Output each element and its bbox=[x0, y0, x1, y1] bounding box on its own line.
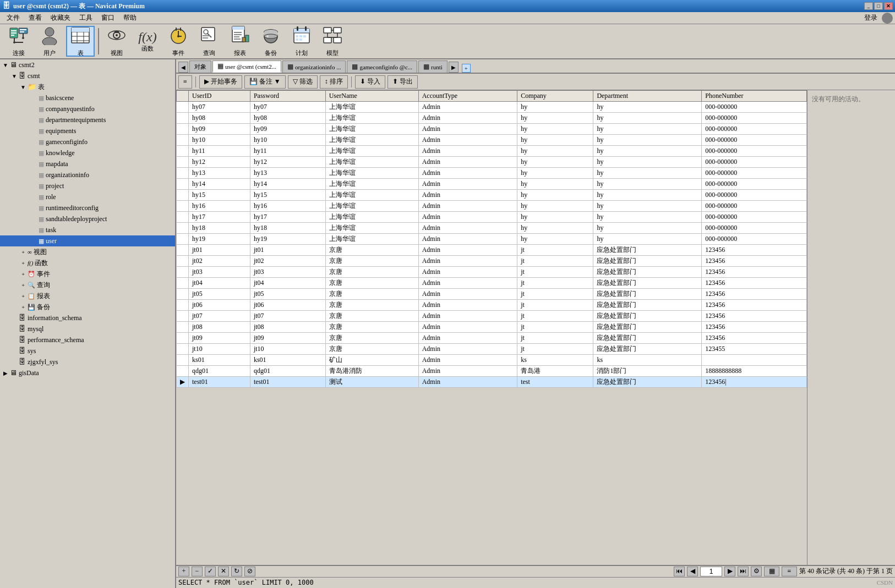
table-row[interactable]: jt03jt03京唐Adminjt应急处置部门123456 bbox=[177, 267, 807, 278]
sidebar-item-csmt2[interactable]: ▼ 🖥 csmt2 bbox=[0, 59, 175, 70]
expand-icon-functions[interactable]: + bbox=[20, 260, 26, 266]
sidebar-item-gisdata[interactable]: ▶ 🖥 gisData bbox=[0, 367, 175, 378]
col-company[interactable]: Company bbox=[517, 91, 593, 102]
tab-object[interactable]: 对象 bbox=[189, 61, 211, 73]
maximize-button[interactable]: □ bbox=[874, 2, 883, 10]
table-row[interactable]: jt01jt01京唐Adminjt应急处置部门123456 bbox=[177, 245, 807, 256]
sidebar-item-basicscene[interactable]: ▶ ▦ basicscene bbox=[0, 92, 175, 103]
prev-page-button[interactable]: ◀ bbox=[687, 567, 698, 576]
sidebar-item-functions[interactable]: + f() 函数 bbox=[0, 257, 175, 268]
tab-add-button[interactable]: + bbox=[462, 64, 471, 73]
grid-view-button[interactable]: ▦ bbox=[764, 567, 779, 576]
tab-nav-prev[interactable]: ◀ bbox=[178, 62, 188, 73]
expand-icon-events[interactable]: + bbox=[20, 271, 26, 277]
sidebar-item-role[interactable]: ▶ ▦ role bbox=[0, 191, 175, 202]
toolbar-user[interactable]: 用户 bbox=[35, 26, 64, 57]
form-view-button[interactable]: ≡ bbox=[782, 567, 797, 576]
data-table-wrapper[interactable]: UserID Password UserName AccountType Com… bbox=[176, 90, 807, 565]
expand-icon-reports[interactable]: + bbox=[20, 293, 26, 299]
table-row[interactable]: jt02jt02京唐Adminjt应急处置部门123456 bbox=[177, 256, 807, 267]
sidebar-item-tables[interactable]: ▼ 📁 表 bbox=[0, 81, 175, 92]
table-row[interactable]: ▶test01test01测试Admintest应急处置部门123456| bbox=[177, 377, 807, 388]
table-row[interactable]: jt08jt08京唐Adminjt应急处置部门123456 bbox=[177, 322, 807, 333]
toolbar-table[interactable]: 表 bbox=[66, 26, 95, 57]
expand-icon-gisdata[interactable]: ▶ bbox=[2, 370, 9, 376]
table-row[interactable]: hy11hy11上海华谊Adminhyhy000-000000 bbox=[177, 146, 807, 157]
login-button[interactable]: 登录 bbox=[864, 13, 877, 23]
sidebar-item-zjgxfyl-sys[interactable]: ▶ 🗄 zjgxfyl_sys bbox=[0, 356, 175, 367]
table-row[interactable]: hy09hy09上海华谊Adminhyhy000-000000 bbox=[177, 124, 807, 135]
menu-file[interactable]: 文件 bbox=[2, 12, 24, 24]
col-phonenumber[interactable]: PhoneNumber bbox=[702, 91, 807, 102]
cancel-button[interactable]: ✕ bbox=[218, 567, 229, 576]
table-row[interactable]: jt05jt05京唐Adminjt应急处置部门123456 bbox=[177, 289, 807, 300]
table-row[interactable]: hy16hy16上海华谊Adminhyhy000-000000 bbox=[177, 201, 807, 212]
sidebar-item-task[interactable]: ▶ ▦ task bbox=[0, 224, 175, 235]
sidebar-item-information-schema[interactable]: ▶ 🗄 information_schema bbox=[0, 312, 175, 323]
table-row[interactable]: hy12hy12上海华谊Adminhyhy000-000000 bbox=[177, 157, 807, 168]
next-page-button[interactable]: ▶ bbox=[724, 567, 735, 576]
hamburger-menu[interactable]: ≡ bbox=[178, 75, 192, 89]
export-button[interactable]: ⬆ 导出 bbox=[388, 75, 418, 89]
toolbar-schedule[interactable]: 计划 bbox=[287, 26, 316, 57]
sidebar-item-events[interactable]: + ⏰ 事件 bbox=[0, 268, 175, 279]
table-row[interactable]: hy13hy13上海华谊Adminhyhy000-000000 bbox=[177, 168, 807, 179]
minimize-button[interactable]: _ bbox=[864, 2, 873, 10]
refresh-button[interactable]: ↻ bbox=[231, 567, 242, 576]
expand-icon-csmt[interactable]: ▼ bbox=[11, 73, 18, 79]
tab-nav-next[interactable]: ▶ bbox=[449, 62, 459, 73]
remove-record-button[interactable]: − bbox=[192, 567, 203, 576]
table-row[interactable]: qdg01qdg01青岛港消防Admin青岛港消防1部门18888888888 bbox=[177, 366, 807, 377]
sidebar-item-runtimeeditorconfig[interactable]: ▶ ▦ runtimeeditorconfig bbox=[0, 202, 175, 213]
expand-icon-queries[interactable]: + bbox=[20, 282, 26, 288]
expand-icon-tables[interactable]: ▼ bbox=[20, 84, 26, 90]
sidebar-item-departmentequipments[interactable]: ▶ ▦ departmentequipments bbox=[0, 114, 175, 125]
toolbar-model[interactable]: 模型 bbox=[318, 26, 347, 57]
sidebar-item-companyquestinfo[interactable]: ▶ ▦ companyquestinfo bbox=[0, 103, 175, 114]
tab-user[interactable]: ▦ user @csmt (csmt2... bbox=[212, 61, 281, 73]
toolbar-query[interactable]: 查询 bbox=[195, 26, 223, 57]
table-row[interactable]: hy15hy15上海华谊Adminhyhy000-000000 bbox=[177, 190, 807, 201]
table-row[interactable]: jt07jt07京唐Adminjt应急处置部门123456 bbox=[177, 311, 807, 322]
filter-button[interactable]: ▽ 筛选 bbox=[288, 75, 318, 89]
first-page-button[interactable]: ⏮ bbox=[674, 567, 685, 576]
sidebar-item-organizationinfo[interactable]: ▶ ▦ organizationinfo bbox=[0, 169, 175, 180]
col-userid[interactable]: UserID bbox=[189, 91, 250, 102]
window-controls[interactable]: _ □ ✕ bbox=[864, 2, 893, 10]
expand-icon-views[interactable]: + bbox=[20, 249, 26, 255]
import-button[interactable]: ⬇ 导入 bbox=[355, 75, 385, 89]
table-row[interactable]: jt06jt06京唐Adminjt应急处置部门123456 bbox=[177, 300, 807, 311]
table-row[interactable]: jt10jt10京唐Adminjt应急处置部门123455 bbox=[177, 344, 807, 355]
menu-window[interactable]: 窗口 bbox=[97, 12, 119, 24]
col-username[interactable]: UserName bbox=[325, 91, 418, 102]
confirm-button[interactable]: ✓ bbox=[205, 567, 216, 576]
sidebar-item-knowledge[interactable]: ▶ ▦ knowledge bbox=[0, 147, 175, 158]
sidebar-item-sys[interactable]: ▶ 🗄 sys bbox=[0, 345, 175, 356]
toolbar-event[interactable]: 事件 bbox=[164, 26, 193, 57]
col-password[interactable]: Password bbox=[250, 91, 325, 102]
table-row[interactable]: hy08hy08上海华谊Adminhyhy000-000000 bbox=[177, 113, 807, 124]
menu-view[interactable]: 查看 bbox=[24, 12, 46, 24]
col-department[interactable]: Department bbox=[593, 91, 702, 102]
toolbar-function[interactable]: f(x) 函数 bbox=[133, 26, 162, 57]
page-input[interactable] bbox=[700, 567, 722, 576]
start-transaction-button[interactable]: ▶ 开始事务 bbox=[199, 75, 242, 89]
toolbar-connect[interactable]: 连接 bbox=[4, 26, 33, 57]
sidebar-item-project[interactable]: ▶ ▦ project bbox=[0, 180, 175, 191]
table-row[interactable]: jt04jt04京唐Adminjt应急处置部门123456 bbox=[177, 278, 807, 289]
sort-button[interactable]: ↕ 排序 bbox=[320, 75, 348, 89]
sidebar-item-mapdata[interactable]: ▶ ▦ mapdata bbox=[0, 158, 175, 169]
settings-button[interactable]: ⚙ bbox=[751, 567, 762, 576]
tab-runti[interactable]: ▦ runti bbox=[418, 61, 448, 73]
backup-button[interactable]: 💾 备注 ▼ bbox=[244, 75, 286, 89]
last-page-button[interactable]: ⏭ bbox=[738, 567, 749, 576]
sidebar-item-backups[interactable]: + 💾 备份 bbox=[0, 301, 175, 312]
add-record-button[interactable]: + bbox=[178, 567, 189, 576]
sidebar-item-reports[interactable]: + 📋 报表 bbox=[0, 290, 175, 301]
table-row[interactable]: hy10hy10上海华谊Adminhyhy000-000000 bbox=[177, 135, 807, 146]
toolbar-backup[interactable]: 备份 bbox=[257, 26, 285, 57]
sidebar-item-gameconfiginfo[interactable]: ▶ ▦ gameconfiginfo bbox=[0, 136, 175, 147]
table-row[interactable]: hy19hy19上海华谊Adminhyhy000-000000 bbox=[177, 234, 807, 245]
table-row[interactable]: hy07hy07上海华谊Adminhyhy000-000000 bbox=[177, 102, 807, 113]
table-row[interactable]: hy18hy18上海华谊Adminhyhy000-000000 bbox=[177, 223, 807, 234]
